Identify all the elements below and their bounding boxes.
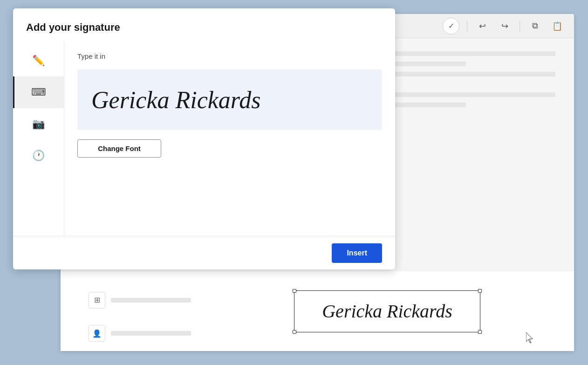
handle-tl[interactable] — [293, 289, 296, 293]
check-icon: ✓ — [448, 21, 454, 30]
bottom-row-2: 👤 — [89, 325, 191, 342]
signature-preview: Gericka Rickards — [77, 69, 382, 130]
table-icon: ⊞ — [94, 296, 100, 304]
modal-header: Add your signature — [13, 8, 395, 41]
handle-br[interactable] — [478, 330, 482, 334]
clock-icon: 🕐 — [32, 150, 45, 162]
sidebar-item-upload[interactable]: 📷 — [13, 108, 64, 140]
bottom-line-2 — [111, 331, 191, 336]
tab-type-label: Type it in — [77, 52, 382, 60]
bottom-row-1: ⊞ — [89, 292, 191, 309]
handle-tr[interactable] — [478, 289, 482, 293]
toolbar-divider — [467, 21, 467, 32]
signature-preview-text: Gericka Rickards — [91, 86, 260, 114]
type-icon: ⌨ — [31, 86, 46, 98]
camera-icon: 📷 — [32, 118, 45, 130]
bottom-line-1 — [111, 298, 191, 303]
handle-bl[interactable] — [293, 330, 296, 334]
paste-icon: 📋 — [552, 21, 562, 31]
sidebar-item-history[interactable]: 🕐 — [13, 140, 64, 172]
undo-icon: ↩ — [479, 21, 486, 31]
copy-icon: ⧉ — [532, 21, 538, 31]
sidebar-item-type[interactable]: ⌨ — [13, 76, 64, 108]
check-button[interactable]: ✓ — [443, 18, 459, 34]
sidebar-item-draw[interactable]: ✏️ — [13, 45, 64, 76]
modal-body: ✏️ ⌨ 📷 🕐 Type it in Gericka Rickards Cha… — [13, 41, 395, 236]
modal-sidebar: ✏️ ⌨ 📷 🕐 — [13, 41, 64, 236]
paste-button[interactable]: 📋 — [550, 19, 565, 34]
modal-title: Add your signature — [26, 21, 382, 34]
document-signature-text: Gericka Rickards — [322, 300, 452, 322]
insert-button[interactable]: Insert — [332, 243, 382, 263]
bottom-document-area: ⊞ 👤 Gericka Rickards — [61, 271, 574, 351]
draw-icon: ✏️ — [32, 55, 45, 67]
document-signature-box: Gericka Rickards — [294, 290, 480, 332]
redo-button[interactable]: ↪ — [497, 19, 512, 34]
copy-button[interactable]: ⧉ — [527, 19, 542, 34]
redo-icon: ↪ — [501, 21, 508, 31]
toolbar-divider-2 — [520, 21, 520, 32]
bottom-left-panel: ⊞ 👤 — [61, 271, 200, 351]
modal-footer: Insert — [13, 236, 395, 269]
person-icon-box: 👤 — [89, 325, 105, 342]
bottom-right-panel: Gericka Rickards — [200, 271, 574, 351]
change-font-button[interactable]: Change Font — [77, 139, 161, 158]
undo-button[interactable]: ↩ — [475, 19, 490, 34]
modal-content-area: Type it in Gericka Rickards Change Font — [64, 41, 395, 236]
add-signature-modal: Add your signature ✏️ ⌨ 📷 🕐 Type it in G… — [13, 8, 395, 269]
table-icon-box: ⊞ — [89, 292, 105, 309]
person-icon: 👤 — [92, 329, 102, 338]
